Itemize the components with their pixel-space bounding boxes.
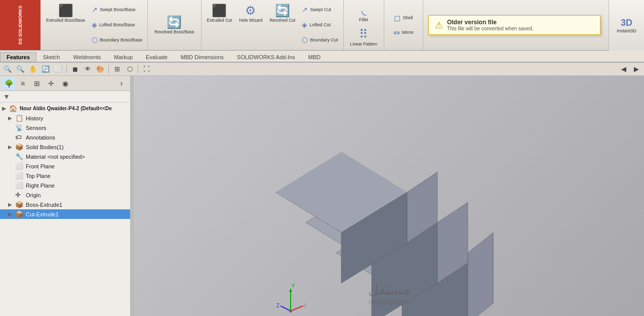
boundary-cut-button[interactable]: ⬡ Boundary Cut (300, 35, 340, 45)
appearance-icon[interactable]: 🎨 (95, 64, 106, 74)
tab-evaluate[interactable]: Evaluate (139, 52, 174, 62)
panel-tab-properties[interactable]: ≡ (16, 77, 29, 89)
fillet-label: Fillet (359, 17, 368, 22)
watermark-arabic: مستقل (368, 281, 410, 298)
panel-expand-icon[interactable]: ▶ (631, 64, 642, 74)
shell-button[interactable]: ◻ Shell (388, 12, 419, 24)
linear-pattern-icon: ⠿ (359, 27, 368, 41)
toolbar-buttons: ⬛ Extruded Boss/Base ↗ Swept Boss/Base ◈… (41, 0, 644, 50)
panel-tab-tree[interactable]: 🌳 (2, 77, 15, 89)
tab-mbd[interactable]: MBD (302, 52, 327, 62)
revolved-cut-button[interactable]: 🔄 Revolved Cut (267, 2, 298, 24)
cut-extrude-icon: 📦 (15, 210, 24, 218)
tree-item-annotations[interactable]: ▶ 🏷 Annotations (0, 132, 130, 142)
tab-solidworks-addins[interactable]: SOLIDWORKS Add-Ins (230, 52, 302, 62)
panel-tab-bar: 🌳 ≡ ⊞ ✛ ◉ › (0, 76, 130, 91)
notification-banner: ⚠ Older version file This file will be c… (428, 15, 600, 35)
filter-icon[interactable]: ▼ (3, 93, 10, 101)
svg-text:Z: Z (276, 303, 279, 308)
boundary-cut-label: Boundary Cut (310, 37, 338, 42)
front-plane-icon: ⬜ (15, 162, 24, 170)
zoom-region-icon[interactable]: ⬜ (53, 64, 64, 74)
right-plane-icon: ⬜ (15, 182, 24, 189)
swept-boss-button[interactable]: ↗ Swept Boss/Base (90, 5, 144, 15)
root-icon: 🏠 (9, 105, 18, 112)
lofted-boss-icon: ◈ (92, 21, 97, 29)
tree-item-front-plane[interactable]: ▶ ⬜ Front Plane (0, 161, 130, 171)
panel-collapse-icon[interactable]: ◀ (618, 64, 629, 74)
lofted-cut-label: Lofted Cut (309, 22, 331, 27)
svg-marker-2 (468, 233, 493, 316)
revolved-boss-label: Revolved Boss/Base (154, 29, 194, 34)
view-orient-icon[interactable]: ⊞ (111, 64, 123, 74)
boss-expand-icon: ▶ (8, 202, 15, 207)
boss-extrude-label: Boss-Extrude1 (26, 202, 128, 208)
tree-item-right-plane[interactable]: ▶ ⬜ Right Plane (0, 180, 130, 190)
tab-mbd-dimensions[interactable]: MBD Dimensions (174, 52, 230, 62)
swept-cut-icon: ↗ (302, 6, 308, 14)
search-zoom-icon[interactable]: 🔍 (2, 64, 13, 74)
svg-point-20 (289, 309, 292, 312)
extruded-boss-button[interactable]: ⬛ Extruded Boss/Base (44, 2, 88, 24)
svg-marker-14 (289, 288, 292, 292)
display-style-icon[interactable]: ◼ (69, 64, 80, 74)
lofted-cut-button[interactable]: ◈ Lofted Cut (300, 20, 340, 30)
tree-item-solid-bodies[interactable]: ▶ 📦 Solid Bodies(1) (0, 142, 130, 152)
tab-markup[interactable]: Markup (107, 52, 139, 62)
tree-root[interactable]: ▶ 🏠 Nour Aldin Qwaider-P4-2 (Default<<De (0, 104, 130, 113)
mirror-button[interactable]: ⇔ Mirror (388, 26, 419, 39)
cut-extrude-label: Cut-Extrude1 (26, 211, 128, 217)
tree-item-top-plane[interactable]: ▶ ⬜ Top Plane (0, 171, 130, 180)
origin-expand-icon: ▶ (8, 192, 15, 198)
fullscreen-icon[interactable]: ⛶ (141, 64, 152, 74)
shell-icon: ◻ (394, 13, 400, 23)
tree-item-history[interactable]: ▶ 📋 History (0, 113, 130, 123)
linear-pattern-label: Linear Pattern (350, 41, 377, 47)
hole-wizard-button[interactable]: ⚙ Hole Wizard (236, 2, 265, 24)
top-plane-expand-icon: ▶ (8, 173, 15, 178)
panel-tab-dimmxpert[interactable]: ✛ (45, 77, 58, 89)
tree-item-material[interactable]: ▶ 🔧 Material <not specified> (0, 152, 130, 161)
sensors-icon: 📡 (15, 124, 24, 131)
mirror-label: Mirror (402, 30, 414, 35)
lofted-cut-icon: ◈ (302, 21, 307, 29)
extruded-cut-label: Extruded Cut (207, 18, 232, 23)
zoom-in-icon[interactable]: 🔍 (15, 64, 26, 74)
panel-tab-config[interactable]: ⊞ (30, 77, 44, 89)
revolved-boss-button[interactable] (70, 32, 94, 35)
pan-icon[interactable]: ✋ (27, 64, 38, 74)
boundary-boss-button[interactable]: ⬡ Boundary Boss/Base (90, 35, 144, 45)
section-view-icon[interactable]: ⬡ (124, 64, 135, 74)
linear-pattern-button[interactable]: ⠿ Linear Pattern (348, 26, 380, 48)
panel-tab-more[interactable]: › (115, 77, 128, 89)
extruded-cut-button[interactable]: ⬛ Extruded Cut (205, 2, 235, 24)
revolved-boss-base-button[interactable]: 🔄 Revolved Boss/Base (152, 14, 196, 36)
panel-tab-display[interactable]: ◉ (59, 77, 72, 89)
shell-label: Shell (402, 15, 413, 20)
notification-title: Older version file (447, 19, 534, 26)
sep3 (138, 65, 138, 73)
feature-tree: ▶ 🏠 Nour Aldin Qwaider-P4-2 (Default<<De… (0, 103, 130, 316)
material-label: Material <not specified> (26, 154, 128, 160)
root-expand-icon: ▶ (2, 106, 9, 111)
swept-cut-button[interactable]: ↗ Swept Cut (300, 5, 340, 15)
extrude-icon: ⬛ (58, 4, 73, 18)
instant3d-button[interactable]: 3D Instant3D (609, 0, 644, 51)
lofted-boss-button[interactable]: ◈ Lofted Boss/Base (90, 20, 144, 30)
3d-viewport[interactable]: مستقل mostaql.com Y X Z (134, 76, 644, 316)
hide-show-icon[interactable]: 👁 (82, 64, 93, 74)
tree-item-boss-extrude1[interactable]: ▶ 📦 Boss-Extrude1 (0, 200, 130, 209)
fillet-icon: ◟ (361, 3, 366, 17)
extruded-boss-label: Extruded Boss/Base (46, 18, 85, 23)
tab-sketch[interactable]: Sketch (36, 52, 67, 62)
tab-features[interactable]: Features (0, 52, 36, 62)
tree-item-origin[interactable]: ▶ ✛ Origin (0, 190, 130, 200)
axis-indicator: Y X Z (275, 281, 306, 311)
tab-weldments[interactable]: Weldments (67, 52, 108, 62)
tree-item-cut-extrude1[interactable]: ▶ 📦 Cut-Extrude1 (0, 209, 130, 219)
fillet-button[interactable]: ◟ Fillet (352, 2, 375, 24)
rotate-icon[interactable]: 🔄 (40, 64, 51, 74)
svg-text:Y: Y (292, 283, 295, 289)
tree-item-sensors[interactable]: ▶ 📡 Sensors (0, 123, 130, 132)
tab-bar: Features Sketch Weldments Markup Evaluat… (0, 51, 644, 63)
